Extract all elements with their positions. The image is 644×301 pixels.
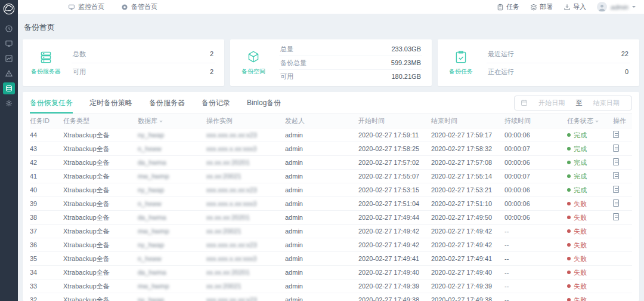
stat-label: 备份总量 (280, 59, 306, 67)
cell-instance-redacted: xx.xx.xx:20201 (206, 269, 285, 276)
monitor-icon (5, 39, 13, 48)
cell-action (613, 145, 632, 153)
sidebar-item-charts[interactable] (3, 53, 15, 64)
cell-task-type: Xtrabackup全备 (63, 186, 138, 195)
tab-备份恢复任务[interactable]: 备份恢复任务 (30, 92, 73, 113)
column-header-label: 任务ID (30, 116, 49, 125)
stat-row: 总数2 (72, 45, 215, 63)
view-log-icon[interactable] (613, 186, 619, 193)
status-badge: 完成 (567, 186, 613, 195)
status-dot-icon (567, 188, 571, 192)
cell-task-type: Xtrabackup全备 (63, 145, 138, 153)
column-header-label: 持续时间 (504, 116, 531, 125)
cell-instance-redacted: xx.xx:20021 (206, 173, 285, 180)
cell-instance-redacted: xxx.xxx.x.xx:xxx3 (206, 145, 285, 152)
view-log-icon[interactable] (613, 213, 619, 220)
view-log-icon[interactable] (613, 145, 619, 152)
status-dot-icon (567, 147, 571, 150)
header-import-button[interactable]: 导入 (564, 2, 586, 11)
user-menu[interactable]: admin (597, 2, 636, 12)
column-header: 任务ID (30, 116, 63, 125)
cell-action (613, 199, 632, 208)
cell-instance-redacted: xxx.xxx.xx.xx:x23 (206, 296, 285, 301)
cell-task-id: 39 (30, 200, 63, 207)
cell-task-type: Xtrabackup全备 (63, 282, 138, 291)
status-text: 失败 (574, 254, 587, 263)
sidebar-item-settings[interactable] (3, 97, 15, 109)
cell-duration: -- (504, 228, 567, 235)
cell-instance-redacted: xxx.xxx.xx.xx:x23 (206, 241, 285, 248)
cell-database-redacted: mw_hwmp (138, 228, 206, 235)
table-row: 37Xtrabackup全备mw_hwmpxx.xx:20021admin202… (30, 225, 632, 238)
top-nav: 监控首页 备管首页 (68, 2, 157, 11)
start-date-input[interactable]: 开始日期 (532, 99, 571, 108)
sidebar-item-monitor[interactable] (3, 38, 15, 50)
table-header-row: 任务ID任务类型数据库操作实例发起人开始时间结束时间持续时间任务状态操作 (30, 114, 632, 128)
view-log-icon[interactable] (613, 158, 619, 165)
backup-icon (5, 84, 13, 93)
cell-database-redacted: mw_hwmp (138, 173, 206, 180)
header-deploy-button[interactable]: 部署 (530, 2, 553, 11)
status-dot-icon (567, 298, 571, 301)
user-avatar (597, 2, 607, 12)
table-row: 38Xtrabackup全备da_hwmaxx.xx.xx:20201admin… (30, 211, 632, 225)
tab-Binlog备份[interactable]: Binlog备份 (247, 92, 281, 113)
deploy-icon (530, 4, 537, 11)
tab-定时备份策略[interactable]: 定时备份策略 (89, 92, 132, 113)
cell-end-time: 2020-02-27 17:49:50 (431, 214, 504, 221)
card-title: 备份任务 (449, 67, 473, 76)
date-range-picker[interactable]: 开始日期 至 结束日期 (514, 96, 632, 110)
top-header-bar: 监控首页 备管首页 任务 (18, 0, 644, 14)
cell-instance-redacted: xx.xx.xx:20201 (206, 214, 285, 221)
main-area: 监控首页 备管首页 任务 (18, 0, 644, 301)
status-badge: 失败 (567, 268, 613, 277)
top-actions: 任务 部署 导入 (497, 2, 636, 12)
status-text: 失败 (574, 213, 587, 222)
status-dot-icon (567, 216, 571, 219)
view-log-icon[interactable] (613, 199, 619, 207)
table-row: 32Xtrabackup全备ny_hwapxxx.xxx.xx.xx:x23ad… (30, 293, 632, 301)
cell-duration: -- (504, 269, 567, 276)
cell-duration: 00:00:06 (504, 214, 567, 221)
tasks-panel: 备份恢复任务定时备份策略备份服务器备份记录Binlog备份 开始日期 至 结束日… (23, 92, 639, 301)
sidebar-item-overview[interactable] (3, 23, 15, 35)
stat-row: 可用2 (72, 63, 215, 81)
tab-备份记录[interactable]: 备份记录 (202, 92, 230, 113)
cell-database-redacted: da_hwma (138, 269, 206, 276)
card-stats: 总数2可用2 (72, 44, 215, 82)
cell-start-time: 2020-02-27 17:49:38 (358, 296, 431, 301)
filter-icon[interactable] (159, 121, 163, 124)
end-date-input[interactable]: 结束日期 (587, 99, 626, 108)
table-row: 42Xtrabackup全备da_hwmaxx.xx.xx:20201admin… (30, 156, 632, 170)
tab-备份服务器[interactable]: 备份服务器 (149, 92, 185, 113)
header-action-label: 任务 (506, 2, 519, 11)
status-text: 失败 (574, 199, 587, 208)
filter-icon[interactable] (595, 121, 599, 124)
status-badge: 完成 (567, 145, 613, 153)
column-header: 任务类型 (63, 116, 138, 125)
cell-start-time: 2020-02-27 17:49:44 (358, 214, 431, 221)
cell-initiator: admin (285, 159, 358, 166)
cell-instance-redacted: xxx.xxx.xx.xx:x23 (206, 131, 285, 139)
status-text: 完成 (574, 158, 587, 167)
cell-instance-redacted: xx.xx:20021 (206, 282, 285, 290)
view-log-icon[interactable] (613, 131, 619, 138)
cell-duration: 00:00:07 (504, 173, 567, 180)
sidebar-item-alerts[interactable] (3, 67, 15, 79)
nav-item-backup-admin-home[interactable]: 备管首页 (121, 2, 157, 11)
stat-row: 可用180.21GB (279, 70, 422, 83)
cell-end-time: 2020-02-27 17:57:08 (431, 159, 504, 166)
nav-item-monitor-home[interactable]: 监控首页 (68, 2, 104, 11)
cell-start-time: 2020-02-27 17:51:04 (358, 200, 431, 207)
cell-initiator: admin (285, 296, 358, 301)
status-badge: 失败 (567, 213, 613, 222)
cell-initiator: admin (285, 200, 358, 207)
header-action-label: 部署 (540, 2, 553, 11)
table-row: 41Xtrabackup全备mw_hwmpxx.xx:20021admin202… (30, 170, 632, 183)
header-tasks-button[interactable]: 任务 (497, 2, 519, 11)
cell-database-redacted: ny_hwap (138, 296, 206, 301)
cell-task-id: 33 (30, 282, 63, 290)
sidebar-item-backup[interactable] (3, 82, 15, 94)
view-log-icon[interactable] (613, 172, 619, 179)
cell-end-time: 2020-02-27 17:49:38 (431, 296, 504, 301)
